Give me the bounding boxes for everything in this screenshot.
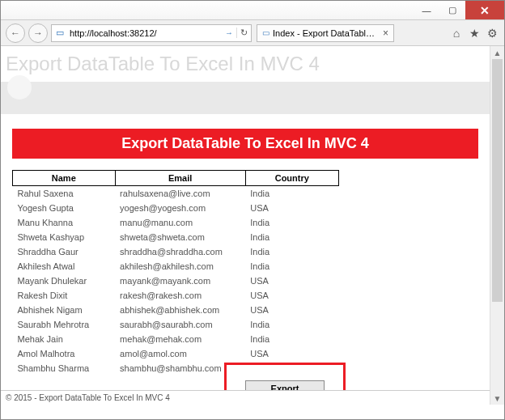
page-viewport: Export DataTable To Excel In MVC 4 Expor…	[1, 46, 490, 405]
col-name: Name	[13, 171, 116, 186]
address-bar[interactable]: ▭ → ↻	[51, 24, 252, 42]
table-row: Rakesh Dixitrakesh@rakesh.comUSA	[13, 288, 479, 303]
favorites-icon[interactable]: ★	[467, 27, 482, 40]
cell-country: India	[245, 317, 338, 332]
cell-email: rakesh@rakesh.com	[115, 288, 245, 303]
minimize-button[interactable]: —	[414, 1, 439, 19]
url-input[interactable]	[68, 25, 222, 41]
vertical-scrollbar[interactable]: ▲ ▼	[490, 46, 504, 405]
cell-email: saurabh@saurabh.com	[115, 317, 245, 332]
cell-name: Rakesh Dixit	[13, 288, 116, 303]
cell-country: India	[245, 230, 338, 244]
cell-name: Amol Malhotra	[13, 346, 116, 361]
logo-circle	[7, 75, 32, 100]
cell-name: Mayank Dhulekar	[13, 274, 116, 288]
cell-email: shweta@shweta.com	[115, 230, 245, 244]
hero-title: Export DataTable To Excel In MVC 4	[1, 46, 490, 78]
cell-name: Akhilesh Atwal	[13, 259, 116, 274]
tab-close-icon[interactable]: ×	[383, 28, 388, 39]
cell-email: akhilesh@akhilesh.com	[115, 259, 245, 274]
window-titlebar: — ▢ ✕	[1, 1, 504, 20]
refresh-icon[interactable]: ↻	[236, 28, 251, 38]
cell-country: India	[245, 332, 338, 346]
browser-toolbar: ← → ▭ → ↻ ▭ Index - Export DataTable To.…	[1, 20, 504, 46]
cell-name: Shraddha Gaur	[13, 244, 116, 259]
horizontal-scrollbar-area	[1, 405, 504, 419]
page-banner: Export DataTable To Excel In MVC 4	[12, 129, 478, 159]
col-country: Country	[245, 171, 338, 186]
cell-email: amol@amol.com	[115, 346, 245, 361]
table-row: Rahul Saxenarahulsaxena@live.comIndia	[13, 186, 479, 202]
cell-name: Abhishek Nigam	[13, 303, 116, 317]
cell-name: Shambhu Sharma	[13, 361, 116, 375]
data-table: Name Email Country Rahul Saxenarahulsaxe…	[12, 170, 478, 375]
table-row: Amol Malhotraamol@amol.comUSA	[13, 346, 479, 361]
back-button[interactable]: ←	[6, 23, 25, 43]
page-footer: © 2015 - Export DataTable To Excel In MV…	[1, 390, 490, 405]
cell-country: USA	[245, 346, 338, 361]
cell-email: shraddha@shraddha.com	[115, 244, 245, 259]
browser-tab[interactable]: ▭ Index - Export DataTable To... ×	[257, 24, 394, 42]
cell-country: USA	[245, 288, 338, 303]
cell-email: abhishek@abhishek.com	[115, 303, 245, 317]
table-row: Mayank Dhulekarmayank@mayank.comUSA	[13, 274, 479, 288]
home-icon[interactable]: ⌂	[449, 27, 464, 40]
cell-email: manu@manu.com	[115, 215, 245, 230]
scroll-up-icon[interactable]: ▲	[490, 46, 504, 59]
cell-email: yogesh@yogesh.com	[115, 201, 245, 215]
cell-country: India	[245, 215, 338, 230]
table-row: Manu Khannamanu@manu.comIndia	[13, 215, 479, 230]
cell-country: USA	[245, 201, 338, 215]
cell-email: mehak@mehak.com	[115, 332, 245, 346]
table-header-row: Name Email Country	[13, 171, 479, 186]
table-row: Saurabh Mehrotrasaurabh@saurabh.comIndia	[13, 317, 479, 332]
maximize-button[interactable]: ▢	[439, 1, 465, 19]
tab-title: Index - Export DataTable To...	[273, 28, 378, 38]
table-row: Abhishek Nigamabhishek@abhishek.comUSA	[13, 303, 479, 317]
page-icon: ▭	[52, 28, 68, 38]
cell-country: India	[245, 259, 338, 274]
scroll-thumb[interactable]	[492, 59, 503, 302]
cell-name: Yogesh Gupta	[13, 201, 116, 215]
col-email: Email	[115, 171, 245, 186]
cell-name: Shweta Kashyap	[13, 230, 116, 244]
cell-name: Saurabh Mehrotra	[13, 317, 116, 332]
cell-email: mayank@mayank.com	[115, 274, 245, 288]
scroll-down-icon[interactable]: ▼	[490, 392, 504, 405]
table-row: Shweta Kashyapshweta@shweta.comIndia	[13, 230, 479, 244]
close-button[interactable]: ✕	[465, 1, 504, 19]
table-row: Shraddha Gaurshraddha@shraddha.comIndia	[13, 244, 479, 259]
cell-country: USA	[245, 303, 338, 317]
go-icon[interactable]: →	[222, 28, 236, 37]
header-band	[1, 82, 490, 114]
cell-country: India	[245, 244, 338, 259]
cell-name: Rahul Saxena	[13, 186, 116, 202]
cell-name: Manu Khanna	[13, 215, 116, 230]
tab-favicon-icon: ▭	[262, 28, 269, 37]
table-row: Akhilesh Atwalakhilesh@akhilesh.comIndia	[13, 259, 479, 274]
settings-icon[interactable]: ⚙	[485, 27, 499, 40]
table-row: Mehak Jainmehak@mehak.comIndia	[13, 332, 479, 346]
cell-name: Mehak Jain	[13, 332, 116, 346]
forward-button[interactable]: →	[28, 23, 48, 43]
cell-email: rahulsaxena@live.com	[115, 186, 245, 202]
cell-country: USA	[245, 274, 338, 288]
cell-country: India	[245, 186, 338, 202]
table-row: Yogesh Guptayogesh@yogesh.comUSA	[13, 201, 479, 215]
